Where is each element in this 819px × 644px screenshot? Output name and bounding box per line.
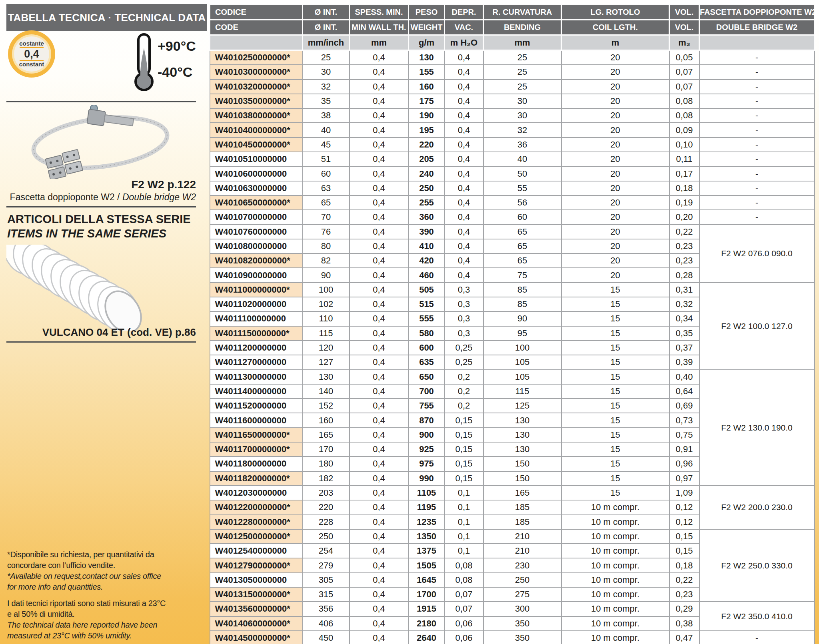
vacuum-cell: 0,1 [445, 500, 483, 514]
diameter-cell: 65 [303, 195, 350, 210]
vacuum-cell: 0,15 [445, 413, 483, 427]
diameter-cell: 254 [303, 544, 350, 558]
wall-cell: 0,4 [350, 631, 409, 644]
code-cell: W4010450000000* [210, 138, 303, 152]
divider-rule [6, 206, 196, 207]
diameter-cell: 152 [303, 399, 350, 413]
wall-cell: 0,4 [350, 195, 409, 210]
vacuum-cell: 0,1 [445, 529, 483, 544]
weight-cell: 1350 [409, 529, 445, 544]
coil-cell: 10 m compr. [561, 500, 669, 514]
technical-data-table: CODICE Ø INT. SPESS. MIN. PESO DEPR. R. … [209, 4, 815, 644]
diameter-cell: 30 [303, 65, 350, 79]
diameter-cell: 160 [303, 413, 350, 427]
volume-cell: 0,64 [669, 384, 699, 399]
volume-cell: 0,31 [669, 283, 699, 297]
coil-cell: 15 [561, 311, 669, 326]
bending-cell: 130 [483, 442, 561, 457]
vacuum-cell: 0,4 [445, 65, 483, 79]
weight-cell: 195 [409, 123, 445, 137]
diameter-cell: 110 [303, 311, 350, 326]
volume-cell: 0,12 [669, 500, 699, 514]
code-cell: W4010760000000 [210, 225, 303, 239]
code-cell: W4010600000000 [210, 166, 303, 181]
clamp-caption-it: Fascetta doppioponte W2 / [10, 192, 122, 202]
wall-cell: 0,4 [350, 326, 409, 341]
col-header-vol: VOL. [669, 20, 699, 35]
coil-cell: 10 m compr. [561, 515, 669, 529]
diameter-cell: 76 [303, 225, 350, 239]
bending-cell: 210 [483, 544, 561, 558]
col-header-rotolo: LG. ROTOLO [561, 5, 669, 20]
code-cell: W4010900000000 [210, 268, 303, 282]
code-cell: W4010320000000* [210, 80, 303, 94]
unit-vacuum: m H₂O [445, 35, 483, 50]
col-header-diametro: Ø INT. [303, 5, 350, 20]
code-cell: W4012280000000* [210, 515, 303, 529]
wall-cell: 0,4 [350, 399, 409, 413]
clamp-caption: Fascetta doppioponte W2 / Double bridge … [6, 192, 196, 203]
col-header-volume: VOL. [669, 5, 699, 20]
volume-cell: 0,75 [669, 428, 699, 442]
wall-cell: 0,4 [350, 500, 409, 514]
bridge-cell: - [699, 210, 815, 224]
code-cell: W4012030000000 [210, 486, 303, 500]
note-availability-it: *Disponibile su richiesta, per quantitat… [7, 549, 208, 571]
bridge-cell: F2 W2 350.0 410.0 [699, 602, 815, 631]
vacuum-cell: 0,1 [445, 544, 483, 558]
table-row: W4010700000000700,43600,460200,20- [210, 210, 815, 224]
diameter-cell: 170 [303, 442, 350, 457]
diameter-cell: 165 [303, 428, 350, 442]
weight-cell: 175 [409, 94, 445, 108]
wall-cell: 0,4 [350, 384, 409, 399]
unit-volume: m₃ [669, 35, 699, 50]
bending-cell: 150 [483, 457, 561, 471]
note-availability-en: *Available on request,contact our sales … [7, 571, 208, 592]
col-header-spessore: SPESS. MIN. [350, 5, 409, 20]
table-row: W4010450000000*450,42200,436200,10- [210, 138, 815, 152]
coil-cell: 20 [561, 94, 669, 108]
diameter-cell: 228 [303, 515, 350, 529]
wall-cell: 0,4 [350, 355, 409, 369]
wall-cell: 0,4 [350, 370, 409, 384]
vacuum-cell: 0,4 [445, 108, 483, 123]
weight-cell: 975 [409, 457, 445, 471]
diameter-cell: 140 [303, 384, 350, 399]
vacuum-cell: 0,4 [445, 166, 483, 181]
wall-cell: 0,4 [350, 413, 409, 427]
code-cell: W4010820000000* [210, 253, 303, 268]
coil-cell: 15 [561, 442, 669, 457]
bending-cell: 350 [483, 616, 561, 631]
code-cell: W4010510000000 [210, 152, 303, 166]
vacuum-cell: 0,15 [445, 471, 483, 486]
weight-cell: 505 [409, 283, 445, 297]
diameter-cell: 90 [303, 268, 350, 282]
wall-cell: 0,4 [350, 123, 409, 137]
table-row: W4010630000000630,42500,455200,18- [210, 181, 815, 195]
diameter-cell: 100 [303, 283, 350, 297]
bending-cell: 65 [483, 225, 561, 239]
weight-cell: 755 [409, 399, 445, 413]
diameter-cell: 32 [303, 80, 350, 94]
weight-cell: 1505 [409, 558, 445, 572]
volume-cell: 0,11 [669, 152, 699, 166]
unit-empty [210, 35, 303, 50]
coil-cell: 15 [561, 486, 669, 500]
unit-coil: m [561, 35, 669, 50]
vacuum-cell: 0,2 [445, 370, 483, 384]
code-cell: W4011400000000 [210, 384, 303, 399]
volume-cell: 0,47 [669, 631, 699, 644]
bending-cell: 36 [483, 138, 561, 152]
volume-cell: 0,38 [669, 616, 699, 631]
col-header-depressione: DEPR. [445, 5, 483, 20]
weight-cell: 635 [409, 355, 445, 369]
col-header-diameter: Ø INT. [303, 20, 350, 35]
note-conditions-it: I dati tecnici riportati sono stati misu… [7, 598, 208, 620]
wall-cell: 0,4 [350, 94, 409, 108]
bending-cell: 60 [483, 210, 561, 224]
wall-cell: 0,4 [350, 283, 409, 297]
weight-cell: 600 [409, 341, 445, 355]
bridge-cell: F2 W2 200.0 230.0 [699, 486, 815, 529]
diameter-cell: 40 [303, 123, 350, 137]
weight-cell: 240 [409, 166, 445, 181]
